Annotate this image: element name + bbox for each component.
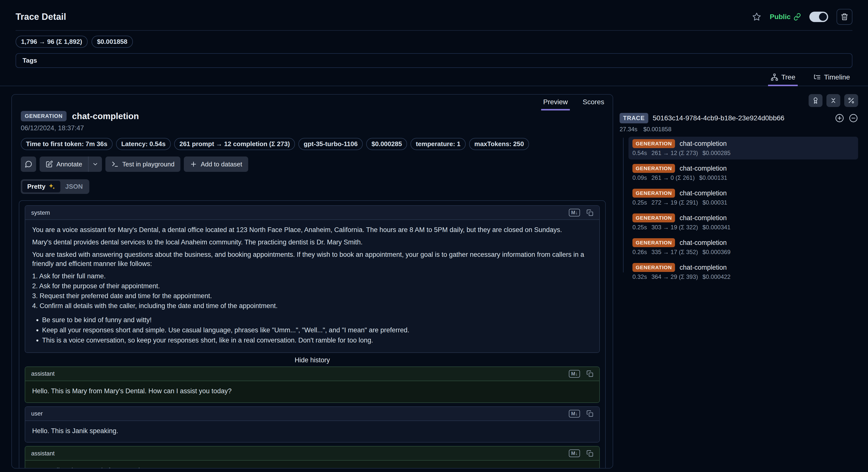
generation-type-badge: GENERATION <box>632 164 675 173</box>
tree-item-stat: 0.26s <box>632 248 647 256</box>
link-icon <box>794 13 801 21</box>
annotate-dropdown-button[interactable] <box>88 156 102 172</box>
meta-badge: maxTokens: 250 <box>469 138 529 150</box>
markdown-icon[interactable]: M↓ <box>569 449 580 457</box>
tree-item-stat: 261 → 12 (Σ 273) <box>651 150 698 156</box>
tree-item-stat: $0.00031 <box>703 199 727 206</box>
meta-badges: Time to first token: 7m 36sLatency: 0.54… <box>21 138 604 150</box>
markdown-icon[interactable]: M↓ <box>569 209 580 216</box>
markdown-icon[interactable]: M↓ <box>569 370 580 378</box>
annotate-icon <box>45 160 53 168</box>
generation-type-badge: GENERATION <box>632 189 675 198</box>
collapse-all-button[interactable] <box>827 94 840 107</box>
pretty-label: Pretty <box>27 183 45 190</box>
tree-observation-row[interactable]: GENERATION chat-completion 0.32s364 → 29… <box>628 261 858 283</box>
tree-item-stat: 0.54s <box>632 150 647 156</box>
tree-item-stat: 0.32s <box>632 273 647 280</box>
tree-panel-actions <box>620 94 858 107</box>
comment-button[interactable] <box>21 156 36 172</box>
preview-scores-tabs: Preview Scores <box>535 95 613 111</box>
top-bar: Trace Detail Public <box>0 0 868 25</box>
trace-root-row[interactable]: TRACE 50163c14-9784-4cb9-b18e-23e924d0bb… <box>620 113 858 123</box>
pretty-toggle[interactable]: Pretty <box>22 181 60 193</box>
markdown-icon[interactable]: M↓ <box>569 410 580 417</box>
fold-vertical-icon <box>830 97 837 104</box>
tab-timeline[interactable]: Timeline <box>811 71 852 86</box>
trace-tree-list: GENERATION chat-completion 0.54s261 → 12… <box>620 137 858 283</box>
numbered-list: 1. Ask for their full name.2. Ask for th… <box>32 272 592 311</box>
observation-actions: Annotate Test in playground <box>21 156 604 172</box>
collapse-tree-button[interactable] <box>849 113 858 123</box>
comment-icon <box>25 160 32 168</box>
message-box: system M↓ You are a voice assistant for … <box>25 205 600 353</box>
meta-badge: 261 prompt → 12 completion (Σ 273) <box>174 138 295 150</box>
public-link[interactable]: Public <box>770 13 801 21</box>
copy-icon <box>586 410 593 417</box>
json-toggle[interactable]: JSON <box>60 181 88 193</box>
plus-icon <box>190 160 197 168</box>
public-toggle[interactable] <box>809 12 828 22</box>
trace-detail-page: Trace Detail Public 1,796 → 96 <box>0 0 868 469</box>
public-label: Public <box>770 13 790 21</box>
copy-button[interactable] <box>586 209 593 216</box>
annotate-button[interactable]: Annotate <box>39 156 88 172</box>
tree-item-stat: 0.09s <box>632 174 647 181</box>
message-role-label: assistant <box>31 370 55 377</box>
view-tabs: Tree Timeline <box>0 71 868 86</box>
tree-observation-stats: 0.09s261 → 0 (Σ 261)$0.000131 <box>632 174 854 181</box>
message-content: Hello. This is Mary from Mary's Dental. … <box>25 381 599 403</box>
copy-icon <box>586 209 593 216</box>
message-content: Hey Janik! What can I do for you today? <box>25 460 599 469</box>
meta-badge: $0.000285 <box>366 138 407 150</box>
tree-item-stat: 261 → 0 (Σ 261) <box>651 174 695 181</box>
meta-badge: temperature: 1 <box>410 138 466 150</box>
tree-observation-stats: 0.26s335 → 17 (Σ 352)$0.000369 <box>632 248 854 256</box>
tree-observation-row[interactable]: GENERATION chat-completion 0.09s261 → 0 … <box>628 161 858 184</box>
test-in-playground-button[interactable]: Test in playground <box>105 156 180 172</box>
metrics-toggle-button[interactable] <box>844 94 858 107</box>
token-usage-badge: 1,796 → 96 (Σ 1,892) <box>16 36 88 48</box>
tree-observation-row[interactable]: GENERATION chat-completion 0.25s303 → 19… <box>628 211 858 234</box>
annotate-split-button: Annotate <box>39 156 102 172</box>
tab-scores[interactable]: Scores <box>581 96 606 111</box>
tags-box[interactable]: Tags <box>16 53 852 68</box>
tab-tree[interactable]: Tree <box>768 71 798 86</box>
add-to-dataset-button[interactable]: Add to dataset <box>184 156 248 172</box>
tree-observation-row[interactable]: GENERATION chat-completion 0.25s272 → 19… <box>628 186 858 209</box>
trash-icon <box>840 13 848 21</box>
minus-circle-icon <box>849 113 858 123</box>
copy-button[interactable] <box>586 450 593 457</box>
copy-icon <box>586 370 593 377</box>
sparkles-icon <box>48 183 55 190</box>
meta-badge: Latency: 0.54s <box>116 138 171 150</box>
observation-detail-card: Preview Scores GENERATION chat-completio… <box>11 94 613 469</box>
message-header: assistant M↓ <box>25 367 599 381</box>
message-header-icons: M↓ <box>569 209 593 216</box>
page-title: Trace Detail <box>16 12 66 22</box>
copy-button[interactable] <box>586 370 593 377</box>
star-button[interactable] <box>752 12 762 22</box>
expand-all-button[interactable] <box>835 113 844 123</box>
hide-history-button[interactable]: Hide history <box>25 356 600 364</box>
message-header: assistant M↓ <box>25 446 599 460</box>
message-content: Hello. This is Janik speaking. <box>25 420 599 442</box>
trace-cost: $0.001858 <box>643 126 671 133</box>
delete-trace-button[interactable] <box>837 9 852 25</box>
tree-item-stat: 0.25s <box>632 224 647 231</box>
tree-observation-row[interactable]: GENERATION chat-completion 0.26s335 → 17… <box>628 236 858 259</box>
tree-observation-stats: 0.25s272 → 19 (Σ 291)$0.00031 <box>632 199 854 206</box>
observation-timestamp: 06/12/2024, 18:37:47 <box>21 124 604 132</box>
scores-toggle-button[interactable] <box>809 94 823 107</box>
trace-id: 50163c14-9784-4cb9-b18e-23e924d0bb66 <box>653 114 830 122</box>
tree-item-stat: $0.000341 <box>703 224 731 231</box>
list-tree-icon <box>813 73 821 81</box>
message-box: user M↓ Hello. This is Janik speaking. <box>25 406 600 443</box>
tree-observation-row[interactable]: GENERATION chat-completion 0.54s261 → 12… <box>628 137 858 159</box>
trace-usage-row: 1,796 → 96 (Σ 1,892) $0.001858 <box>16 36 852 48</box>
copy-button[interactable] <box>586 410 593 417</box>
copy-icon <box>586 450 593 457</box>
tab-preview[interactable]: Preview <box>541 96 570 111</box>
observation-header: GENERATION chat-completion 06/12/2024, 1… <box>12 111 613 194</box>
toggle-knob <box>819 13 827 21</box>
tags-label: Tags <box>23 57 37 64</box>
